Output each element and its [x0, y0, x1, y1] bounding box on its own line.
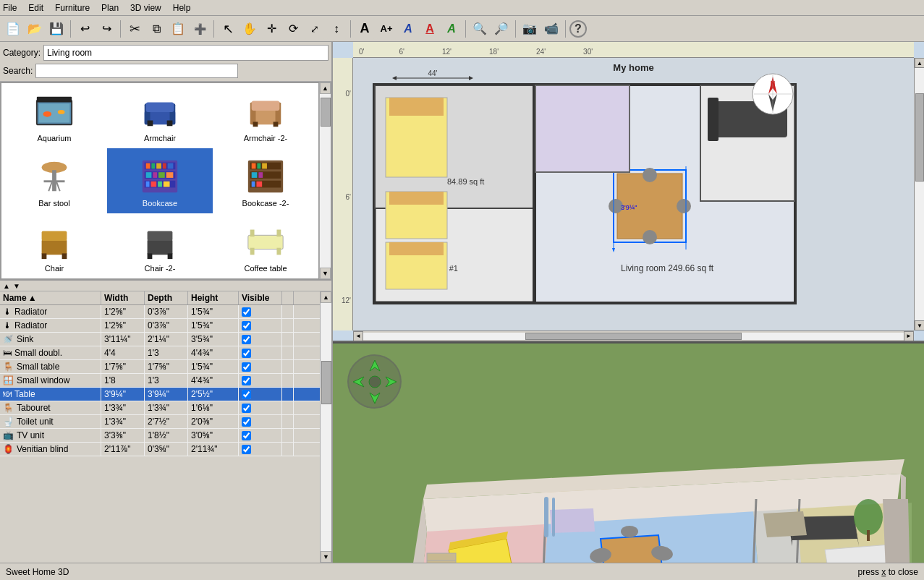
table-row[interactable]: 🪑 Tabouret 1'3¾" 1'3¾" 1'6⅛": [0, 401, 320, 415]
cell-visible[interactable]: [239, 333, 282, 346]
table-row[interactable]: 🌡 Radiator 1'2⅝" 0'3⅞" 1'5¾": [0, 305, 320, 319]
menu-file[interactable]: File: [3, 3, 17, 13]
visible-checkbox[interactable]: [242, 445, 251, 454]
video-button[interactable]: 📹: [541, 19, 561, 39]
col-depth[interactable]: Depth: [145, 291, 188, 304]
font-increase-button[interactable]: A+: [376, 19, 397, 39]
cell-visible[interactable]: [239, 346, 282, 359]
move-button[interactable]: ✛: [261, 19, 281, 39]
add-furniture-button[interactable]: ➕: [190, 19, 210, 39]
furniture-item-barstool[interactable]: Bar stool: [1, 148, 107, 213]
collapse-up-icon[interactable]: ▲: [3, 282, 10, 290]
visible-checkbox[interactable]: [242, 417, 251, 427]
collapse-down-icon[interactable]: ▼: [13, 282, 20, 290]
menu-furniture[interactable]: Furniture: [55, 3, 90, 13]
menu-edit[interactable]: Edit: [28, 3, 43, 13]
floorplan-svg[interactable]: My home 44' Bedroom #1: [353, 58, 914, 330]
elevate-button[interactable]: ↕: [326, 19, 347, 39]
furniture-item-chair[interactable]: Chair: [1, 213, 107, 278]
visible-checkbox[interactable]: [242, 307, 251, 317]
zoom-in-button[interactable]: 🔍: [470, 19, 490, 39]
cut-button[interactable]: ✂: [124, 19, 145, 39]
furniture-item-armchair[interactable]: Armchair: [107, 83, 213, 148]
nav-down-arrow[interactable]: [370, 393, 380, 404]
open-button[interactable]: 📂: [25, 19, 45, 39]
furniture-item-coffeetable[interactable]: Coffee table: [213, 213, 318, 278]
menu-plan[interactable]: Plan: [101, 3, 119, 13]
resize-button[interactable]: ⤢: [305, 19, 325, 39]
save-button[interactable]: 💾: [46, 19, 67, 39]
col-height[interactable]: Height: [188, 291, 239, 304]
visible-checkbox[interactable]: [242, 431, 251, 440]
visible-checkbox[interactable]: [242, 321, 251, 330]
cell-visible[interactable]: [239, 360, 282, 373]
table-row[interactable]: 📺 TV unit 3'3⅜" 1'8½" 3'0⅝": [0, 429, 320, 443]
nav-left-arrow[interactable]: [353, 377, 364, 387]
visible-checkbox[interactable]: [242, 335, 251, 344]
table-row[interactable]: 🪟 Small window 1'8 1'3 4'4¾": [0, 374, 320, 388]
font-a1-button[interactable]: A: [398, 19, 418, 39]
cell-visible[interactable]: [239, 415, 282, 428]
camera-button[interactable]: 📷: [520, 19, 540, 39]
redo-button[interactable]: ↪: [96, 19, 116, 39]
table-row[interactable]: 🪑 Small table 1'7⅝" 1'7⅝" 1'5¾": [0, 360, 320, 374]
col-width[interactable]: Width: [101, 291, 145, 304]
category-select[interactable]: Living room: [43, 45, 329, 61]
props-scroll-thumb[interactable]: [321, 361, 331, 404]
props-scroll-down-button[interactable]: ▼: [321, 551, 331, 563]
help-button[interactable]: ?: [569, 20, 587, 38]
scroll-right-btn[interactable]: ►: [904, 331, 914, 341]
menu-help[interactable]: Help: [173, 3, 191, 13]
font-a3-button[interactable]: A: [441, 19, 462, 39]
rotate-button[interactable]: ⟳: [283, 19, 303, 39]
furniture-item-chair2[interactable]: Chair -2-: [107, 213, 213, 278]
props-scroll-up-button[interactable]: ▲: [321, 291, 331, 303]
cell-visible[interactable]: [239, 374, 282, 387]
col-name[interactable]: Name ▲: [0, 291, 101, 304]
scroll-left-btn[interactable]: ◄: [353, 331, 363, 341]
cell-visible[interactable]: [239, 319, 282, 332]
visible-checkbox[interactable]: [242, 390, 251, 399]
zoom-out-button[interactable]: 🔎: [491, 19, 512, 39]
nav-up-arrow[interactable]: [370, 360, 380, 371]
paste-button[interactable]: 📋: [168, 19, 188, 39]
table-row[interactable]: 🛏 Small doubl. 4'4 1'3 4'4¾": [0, 346, 320, 360]
plan-scrollbar-v[interactable]: ▲ ▼: [914, 58, 924, 330]
pan-button[interactable]: ✋: [240, 19, 260, 39]
table-row[interactable]: 🍽 Table 3'9¼" 3'9¼" 2'5½": [0, 388, 320, 401]
scroll-up-btn[interactable]: ▲: [915, 58, 924, 68]
select-button[interactable]: ↖: [218, 19, 238, 39]
furniture-item-aquarium[interactable]: Aquarium: [1, 83, 107, 148]
table-row[interactable]: 🚿 Sink 3'11¼" 2'1¼" 3'5¾": [0, 333, 320, 346]
visible-checkbox[interactable]: [242, 376, 251, 385]
cell-visible[interactable]: [239, 401, 282, 414]
new-button[interactable]: 📄: [3, 19, 23, 39]
furniture-item-bookcase2[interactable]: Bookcase -2-: [213, 148, 318, 213]
cell-visible[interactable]: [239, 429, 282, 442]
font-a2-button[interactable]: A: [420, 19, 440, 39]
undo-button[interactable]: ↩: [75, 19, 95, 39]
text-button[interactable]: A: [355, 19, 375, 39]
visible-checkbox[interactable]: [242, 404, 251, 413]
col-visible[interactable]: Visible: [239, 291, 282, 304]
menu-3dview[interactable]: 3D view: [130, 3, 161, 13]
copy-button[interactable]: ⧉: [146, 19, 166, 39]
visible-checkbox[interactable]: [242, 349, 251, 358]
table-row[interactable]: 🚽 Toilet unit 1'3¾" 2'7½" 2'0⅜": [0, 415, 320, 429]
visible-checkbox[interactable]: [242, 362, 251, 372]
table-row[interactable]: 🌡 Radiator 1'2⅝" 0'3⅞" 1'5¾": [0, 319, 320, 333]
grid-scroll-thumb[interactable]: [321, 98, 331, 127]
furniture-item-bookcase[interactable]: Bookcase: [107, 148, 213, 213]
scroll-down-btn[interactable]: ▼: [915, 320, 924, 330]
search-input[interactable]: [35, 64, 238, 78]
plan-scrollbar-h[interactable]: ◄ ►: [353, 330, 914, 341]
grid-scroll-down-button[interactable]: ▼: [320, 268, 331, 279]
nav-right-arrow[interactable]: [386, 377, 397, 387]
cell-visible[interactable]: [239, 443, 282, 456]
furniture-grid-scrollbar[interactable]: ▲ ▼: [319, 82, 331, 279]
grid-scroll-up-button[interactable]: ▲: [320, 82, 331, 94]
cell-visible[interactable]: [239, 305, 282, 318]
cell-visible[interactable]: [239, 388, 282, 401]
scroll-thumb-h[interactable]: [525, 333, 742, 340]
scroll-thumb-v[interactable]: [915, 93, 924, 182]
